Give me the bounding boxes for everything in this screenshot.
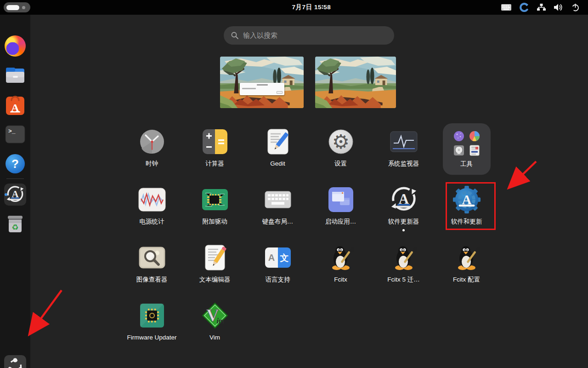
app-tile-system-monitor[interactable]: 系统监视器 [372, 122, 435, 180]
dock-item-files[interactable] [4, 64, 26, 86]
dock-item-firefox[interactable] [4, 35, 26, 57]
app-tile-software-updater[interactable]: A 软件更新器 [372, 180, 435, 238]
trash-icon: ♻ [5, 213, 26, 235]
app-tile-fcitx[interactable]: Fcitx [309, 238, 372, 296]
app-label: Gedit [270, 160, 285, 168]
firefox-icon [5, 35, 26, 57]
mini-pie-chart-icon [469, 131, 480, 142]
software-updater-icon: A [390, 185, 418, 214]
workspace-indicator[interactable] [4, 2, 30, 12]
language-support-icon: A文 [265, 247, 291, 268]
app-tile-fcitx5-migration[interactable]: Fcitx 5 迁… [372, 238, 435, 296]
startup-apps-icon [328, 187, 354, 213]
app-label: Fcitx [334, 276, 347, 284]
gedit-icon [265, 128, 291, 155]
clock[interactable]: 7月7日 15∶58 [292, 0, 331, 15]
app-label: 电源统计 [140, 218, 164, 226]
mini-disk-icon [453, 145, 464, 156]
app-tile-software-and-updates[interactable]: A 软件和更新 [435, 180, 498, 238]
text-editor-icon [202, 244, 228, 271]
system-monitor-icon [390, 131, 418, 152]
app-label: 系统监视器 [388, 160, 419, 168]
dock-separator [6, 178, 24, 179]
terminal-icon: >_ [5, 125, 26, 144]
app-tile-power-statistics[interactable]: 电源统计 [120, 180, 183, 238]
search-placeholder: 输入以搜索 [243, 31, 277, 40]
dock-item-software-updater[interactable]: A [4, 184, 26, 206]
power-stats-icon [138, 188, 166, 212]
network-icon[interactable] [533, 0, 550, 15]
tux-penguin-icon [391, 245, 417, 270]
svg-text:im: im [216, 317, 224, 325]
ubuntu-software-icon: A [5, 94, 26, 116]
firmware-chip-icon [140, 303, 164, 328]
app-label: 软件和更新 [451, 218, 482, 226]
dock-item-terminal[interactable]: >_ [4, 123, 26, 145]
running-indicator-dot [5, 193, 7, 196]
ubuntu-logo-icon [6, 357, 24, 368]
app-label: Vim [209, 334, 220, 342]
status-area[interactable] [497, 0, 583, 15]
fcitx-input-icon[interactable] [515, 0, 533, 15]
workspace-thumbnail-2[interactable] [315, 57, 396, 108]
app-label: Fcitx 配置 [453, 276, 480, 284]
mini-document-icon [469, 145, 480, 156]
app-label: 附加驱动 [203, 218, 227, 226]
svg-text:A: A [268, 253, 274, 263]
app-tile-startup-applications[interactable]: 启动应用… [309, 180, 372, 238]
tux-penguin-icon [454, 245, 480, 270]
image-viewer-icon [139, 247, 165, 269]
app-label: Fcitx 5 迁… [387, 276, 420, 284]
app-tile-settings[interactable]: ⚙ 设置 [309, 122, 372, 180]
app-tile-vim[interactable]: Vim Vim [183, 296, 246, 354]
tux-penguin-icon [328, 245, 354, 270]
vim-icon: Vim [202, 302, 228, 329]
annotation-arrow-to-show-apps [30, 290, 62, 333]
mini-globe-icon [453, 131, 464, 142]
updater-dialog-miniature [240, 83, 284, 95]
calculator-icon [202, 129, 228, 155]
app-label: 键盘布局… [262, 218, 294, 226]
app-label: 启动应用… [325, 218, 356, 226]
app-tile-firmware-updater[interactable]: Firmware Updater [120, 296, 183, 354]
app-tile-language-support[interactable]: A文 语言支持 [246, 238, 309, 296]
app-tile-fcitx-config[interactable]: Fcitx 配置 [435, 238, 498, 296]
app-tile-calculator[interactable]: 计算器 [183, 122, 246, 180]
app-tile-image-viewer[interactable]: 图像查看器 [120, 238, 183, 296]
running-indicator-dot [402, 229, 405, 231]
app-tile-gedit[interactable]: Gedit [246, 122, 309, 180]
active-workspace-pill [6, 5, 19, 10]
svg-text:⚙: ⚙ [332, 130, 350, 153]
keyboard-icon[interactable] [497, 0, 515, 15]
app-label: 计算器 [205, 160, 224, 168]
workspace-thumbnail-1[interactable] [220, 57, 304, 108]
software-updater-icon: A [6, 185, 25, 204]
app-folder-tools[interactable]: 工具 [435, 122, 498, 180]
app-tile-text-editor[interactable]: 文本编辑器 [183, 238, 246, 296]
gear-icon: ⚙ [328, 128, 354, 155]
app-tile-clock[interactable]: 时钟 [120, 122, 183, 180]
dock: A >_ ? A ♻ [0, 15, 30, 368]
clock-icon [139, 128, 165, 155]
folder-label: 工具 [460, 161, 473, 168]
files-icon [5, 65, 26, 86]
app-tile-additional-drivers[interactable]: 附加驱动 [183, 180, 246, 238]
workspace-dot [22, 6, 25, 9]
software-and-updates-icon: A [452, 185, 481, 214]
svg-text:?: ? [11, 157, 19, 171]
app-label: 设置 [334, 160, 347, 168]
power-icon[interactable] [567, 0, 583, 15]
dock-item-ubuntu-software[interactable]: A [4, 94, 26, 116]
app-label: 软件更新器 [388, 218, 419, 226]
dock-item-help[interactable]: ? [4, 153, 26, 175]
app-label: Firmware Updater [127, 334, 176, 342]
top-bar: 7月7日 15∶58 [0, 0, 588, 15]
app-tile-keyboard-layout[interactable]: 键盘布局… [246, 180, 309, 238]
svg-text:文: 文 [279, 253, 288, 263]
volume-icon[interactable] [550, 0, 567, 15]
show-apps-button[interactable] [4, 355, 26, 368]
dock-item-trash[interactable]: ♻ [4, 213, 26, 235]
annotation-arrow-to-software-and-updates [510, 161, 536, 187]
drivers-chip-icon [202, 189, 228, 211]
search-input[interactable]: 输入以搜索 [224, 26, 394, 45]
